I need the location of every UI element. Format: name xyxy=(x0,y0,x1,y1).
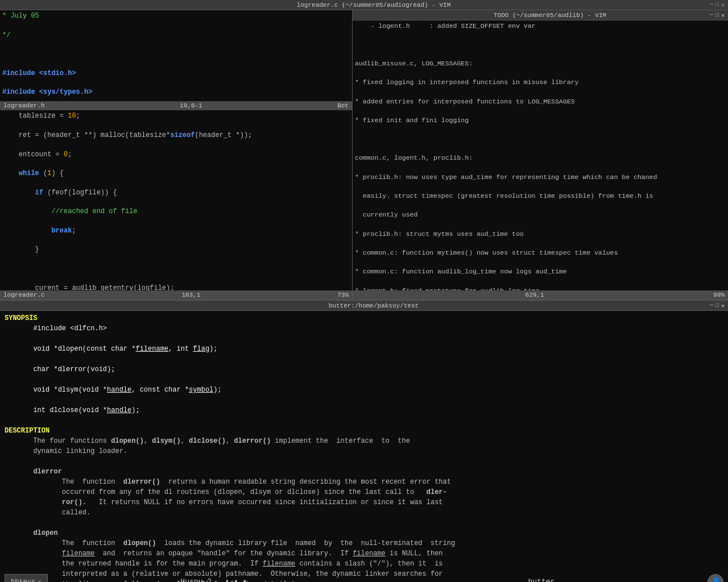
vim-bottom-maximize[interactable]: □ xyxy=(715,302,719,309)
taskbar-app-label: butter xyxy=(528,577,555,582)
vim-left-pane: * July 05 */ #include <stdio.h> #include… xyxy=(0,10,353,300)
statusbar-right-pct: 99% xyxy=(713,292,725,298)
maximize-icon[interactable]: □ xyxy=(715,2,719,9)
taskbar-center: Husnu 2 • • • xyxy=(52,577,375,582)
vim-left-controls[interactable]: ─ □ ✕ xyxy=(710,2,725,9)
vim-left-title: logreader.c (~/summer05/audiogread) - VI… xyxy=(38,2,710,9)
vim-bottom-close[interactable]: ✕ xyxy=(721,302,725,309)
statusbar-filename1: logreader.h xyxy=(3,102,45,109)
vim-bottom-title: butter:/home/paksoy/test xyxy=(38,302,710,309)
vim-bottom-pane: butter:/home/paksoy/test ─ □ ✕ SYNOPSIS … xyxy=(0,300,728,582)
statusbar-right-pos: 629,1 xyxy=(526,292,544,298)
statusbar-filename2: logreader.c xyxy=(3,292,45,298)
vim-right-content[interactable]: - logent.h : added SIZE_OFFSET env var a… xyxy=(353,20,728,290)
vim-left-content2[interactable]: tablesize = 10; ret = (header_t **) mall… xyxy=(0,110,352,290)
statusbar-pos2: 163,1 xyxy=(181,292,200,298)
man-page-content[interactable]: SYNOPSIS #include <dlfcn.h> void *dlopen… xyxy=(0,311,728,582)
vim-left-statusbar1: logreader.h 19,0-1 Bot xyxy=(0,101,352,110)
statusbar-pos1: 19,0-1 xyxy=(180,102,202,109)
vim-left-statusbar2: logreader.c 163,1 73% xyxy=(0,290,352,300)
taskbar-item-label: bbkeys xyxy=(11,578,35,583)
vim-right-statusbar: 629,1 99% xyxy=(353,290,728,300)
vim-left-content[interactable]: * July 05 */ #include <stdio.h> #include… xyxy=(0,10,352,101)
taskbar-center-label: Husnu 2 xyxy=(180,577,212,582)
taskbar-avatar[interactable]: 👤 xyxy=(708,574,723,583)
taskbar-app-name: butter xyxy=(380,577,703,582)
taskbar-item-bbkeys[interactable]: bbkeys ✕ xyxy=(5,574,48,583)
vim-right-minimize[interactable]: ─ xyxy=(710,12,713,19)
vim-right-maximize[interactable]: □ xyxy=(715,12,719,19)
vim-bottom-minimize[interactable]: ─ xyxy=(710,302,713,309)
taskbar-dots: • • • xyxy=(225,577,247,582)
statusbar-pct2: 73% xyxy=(337,292,349,298)
vim-left-titlebar: logreader.c (~/summer05/audiogread) - VI… xyxy=(0,0,728,10)
statusbar-pct1: Bot xyxy=(337,102,349,109)
taskbar-right: 👤 xyxy=(708,574,723,583)
close-icon[interactable]: ✕ xyxy=(721,2,725,9)
taskbar-item-close[interactable]: ✕ xyxy=(38,578,42,582)
vim-right-top-pane: TODO (~/summer05/audlib) - VIM ─ □ ✕ - l… xyxy=(353,10,728,300)
minimize-icon[interactable]: ─ xyxy=(710,2,713,9)
vim-right-close[interactable]: ✕ xyxy=(721,12,725,19)
vim-right-title: TODO (~/summer05/audlib) - VIM xyxy=(390,12,710,19)
